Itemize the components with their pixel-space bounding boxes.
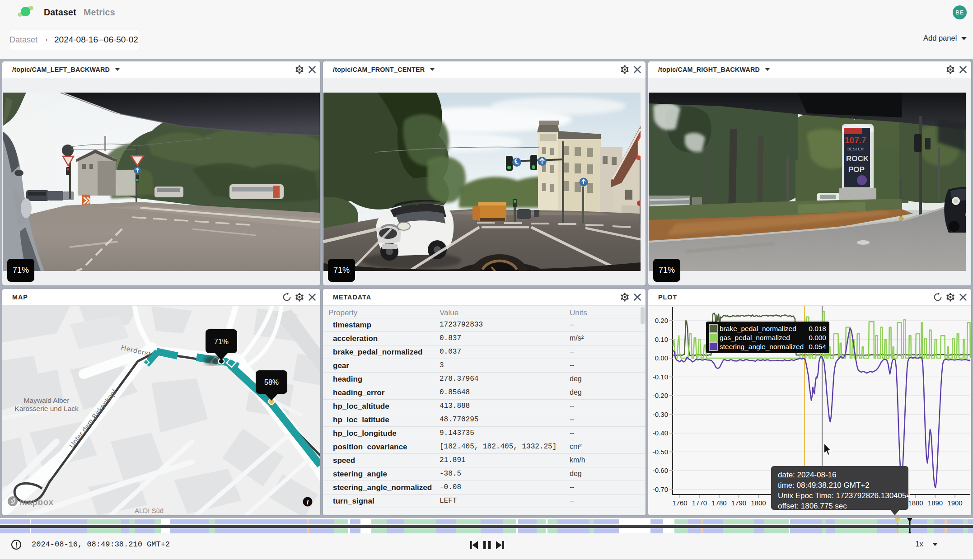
svg-text:1790: 1790: [731, 499, 746, 507]
svg-text:-0.40: -0.40: [653, 429, 668, 437]
svg-text:1770: 1770: [692, 499, 707, 507]
svg-text:mapbox: mapbox: [19, 497, 54, 507]
svg-text:1800: 1800: [751, 499, 766, 507]
svg-text:steering_angle_normalized: steering_angle_normalized: [720, 343, 804, 350]
svg-text:brake_pedal_normalized: brake_pedal_normalized: [720, 325, 796, 332]
svg-text:1900: 1900: [947, 499, 962, 507]
svg-text:date: 2024-08-16: date: 2024-08-16: [778, 471, 837, 479]
svg-text:1760: 1760: [672, 499, 687, 507]
svg-text:-0.70: -0.70: [653, 485, 668, 493]
svg-text:-0.60: -0.60: [653, 467, 668, 474]
svg-text:ALDI Süd: ALDI Süd: [135, 507, 164, 514]
svg-text:ROCK: ROCK: [846, 154, 869, 163]
svg-text:gas_pedal_normalized: gas_pedal_normalized: [720, 334, 790, 341]
svg-text:-0.30: -0.30: [653, 411, 668, 418]
svg-text:1780: 1780: [711, 499, 726, 507]
svg-text:0.20: 0.20: [655, 317, 668, 324]
svg-text:Karosserie und Lack: Karosserie und Lack: [14, 405, 79, 412]
svg-text:0.000: 0.000: [809, 334, 826, 341]
svg-text:0.10: 0.10: [655, 336, 668, 343]
svg-text:Unix Epoc Time: 1723792826.130: Unix Epoc Time: 1723792826.1304054: [778, 491, 911, 500]
svg-text:time: 08:49:38.210 GMT+2: time: 08:49:38.210 GMT+2: [778, 481, 870, 490]
svg-text:POP: POP: [848, 165, 865, 174]
svg-text:1890: 1890: [928, 499, 943, 507]
svg-text:0.054: 0.054: [809, 343, 826, 350]
svg-text:0.018: 0.018: [809, 325, 826, 332]
svg-text:58%: 58%: [264, 378, 279, 386]
svg-text:1880: 1880: [908, 499, 923, 507]
svg-text:offset: 1806.775 sec: offset: 1806.775 sec: [778, 502, 847, 510]
svg-text:-0.20: -0.20: [653, 392, 668, 399]
svg-text:0.00: 0.00: [655, 354, 668, 362]
svg-text:107.7: 107.7: [845, 135, 866, 145]
svg-text:-0.10: -0.10: [653, 373, 668, 381]
svg-text:71%: 71%: [214, 338, 229, 345]
svg-text:BESTER: BESTER: [847, 147, 864, 151]
svg-text:Maywald Alber: Maywald Alber: [24, 397, 70, 404]
svg-text:-0.50: -0.50: [653, 448, 668, 456]
